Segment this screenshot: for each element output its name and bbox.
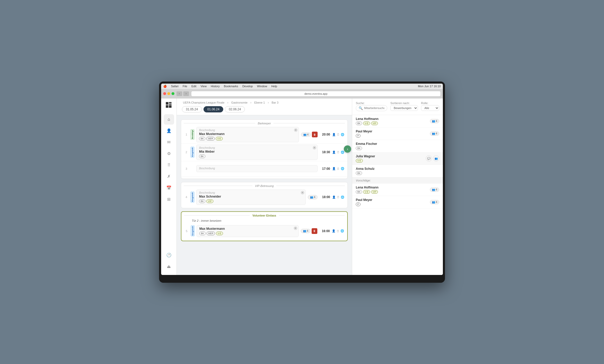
slot-time-2: 18:30 xyxy=(320,150,330,154)
history-menu[interactable]: History xyxy=(211,85,220,88)
person-icon-5: 👤 xyxy=(332,229,336,233)
staff-item-paul[interactable]: Paul Meyer P 👥 4 xyxy=(352,127,443,140)
edit-menu[interactable]: Edit xyxy=(191,85,196,88)
staff-action-add-julia[interactable]: 👥 xyxy=(433,155,439,161)
date-tab-3[interactable]: 02.06.24 xyxy=(225,106,245,112)
search-label: Suche: xyxy=(356,102,387,105)
suggestion-item-paul[interactable]: Paul Meyer P 👥 4 xyxy=(352,196,443,208)
users-count-icon-5: 👥 xyxy=(303,230,306,232)
messages-icon: ✉ xyxy=(167,140,170,145)
status-label-4: Eingeteilt xyxy=(191,192,194,203)
nav-forward-arrow[interactable]: › xyxy=(344,145,351,153)
s-tag-bk-lena: BK xyxy=(356,190,362,194)
count-icon-paul: 👥 xyxy=(432,132,435,135)
btn-users-5[interactable]: 👥 4 xyxy=(301,229,311,233)
sidebar-item-settings[interactable]: ⚙ xyxy=(164,149,174,159)
sidebar-item-time[interactable]: 🕐 xyxy=(164,250,174,260)
slot-status-1: Bestätigt xyxy=(191,128,194,141)
forward-button[interactable]: › xyxy=(183,91,189,96)
staff-item-anna[interactable]: Anna Schulz BK xyxy=(352,165,443,177)
staff-action-msg-julia[interactable]: 💬 xyxy=(426,155,432,161)
staff-row-lena: Lena Hoffmann BK V-E VIP 👥 4 xyxy=(356,117,439,125)
system-clock: Mon Jun 17 16:10 xyxy=(418,85,441,88)
globe-icon-5: 🌐 xyxy=(340,229,344,233)
btn-delete-5[interactable]: 🗑 xyxy=(312,228,317,234)
sidebar-item-logout[interactable]: ⏏ xyxy=(164,261,174,272)
tag-bk-5: BK xyxy=(199,232,206,235)
close-window-button[interactable] xyxy=(163,92,166,95)
suggestion-count-lena: 👥 4 xyxy=(430,187,439,192)
section-title-vip: VIP-Betreuung xyxy=(255,184,274,187)
section-title-bar-vip: VIP-Betreuung xyxy=(181,182,347,188)
staff-tags-julia: V-E xyxy=(356,159,375,163)
btn-users-1[interactable]: 👥 4 xyxy=(301,132,311,137)
develop-menu[interactable]: Develop xyxy=(242,85,253,88)
slot-content-3[interactable]: Beschreibung xyxy=(196,165,318,172)
browser-toolbar: ‹ › demo.eventra.app xyxy=(161,89,443,98)
date-tab-1[interactable]: 31.05.24 xyxy=(182,106,202,112)
staff-actions-julia: 💬 👥 xyxy=(426,155,439,161)
fullscreen-window-button[interactable] xyxy=(172,92,174,95)
slot-number-3: 3 xyxy=(184,167,188,170)
globe-icon-4: 🌐 xyxy=(341,196,344,199)
sidebar-item-users[interactable]: 👤 xyxy=(164,126,174,136)
search-input-wrap[interactable]: 🔍 xyxy=(356,105,387,111)
tag-ve-julia: V-E xyxy=(356,159,363,163)
slot-desc-3: Beschreibung xyxy=(199,167,315,170)
sidebar-item-schedule[interactable]: ⠿ xyxy=(164,160,174,170)
staff-row-emma: Emma Fischer BK xyxy=(356,142,439,150)
staff-info-anna: Anna Schulz BK xyxy=(356,167,375,175)
sidebar-item-calendar[interactable]: 📅 xyxy=(164,183,174,193)
staff-item-julia[interactable]: Julia Wagner V-E 💬 👥 xyxy=(352,152,443,165)
slot-content-2[interactable]: ✕ Beschreibung Mia Weber BK xyxy=(196,145,318,160)
search-input[interactable] xyxy=(364,106,384,110)
slot-content-4[interactable]: ✕ Beschreibung Max Schneider BK VIP xyxy=(196,190,306,205)
minimize-window-button[interactable] xyxy=(167,92,170,95)
btn-users-4[interactable]: 👥 4 xyxy=(308,195,318,199)
search-icon: 🔍 xyxy=(359,106,363,110)
slot-icons-3: 👤 🗒 🌐 xyxy=(332,167,344,170)
file-menu[interactable]: File xyxy=(183,85,187,88)
logout-icon: ⏏ xyxy=(167,264,171,269)
help-menu[interactable]: Help xyxy=(271,85,277,88)
date-tab-2[interactable]: 01.06.24 xyxy=(203,106,224,112)
sort-label: Sortieren nach: xyxy=(390,102,418,105)
btn-delete-1[interactable]: 🗑 xyxy=(312,132,318,137)
tag-ve-lena: V-E xyxy=(363,122,370,125)
slot-close-2[interactable]: ✕ xyxy=(313,146,316,150)
s-count-num-paul: 4 xyxy=(436,201,437,204)
role-select[interactable]: Alle BK VIP MER xyxy=(421,105,439,111)
slot-icons-4: 👤 🗒 🌐 xyxy=(332,196,344,199)
staff-item-lena[interactable]: Lena Hoffmann BK V-E VIP 👥 4 xyxy=(352,115,443,127)
tag-bk-1: BK xyxy=(199,137,205,140)
window-menu[interactable]: Window xyxy=(257,85,267,88)
sidebar-item-reports[interactable]: ⊞ xyxy=(164,194,174,205)
sidebar-item-messages[interactable]: ✉ xyxy=(164,137,174,147)
edit-icon-2: 🗒 xyxy=(337,151,340,154)
s-count-num-lena: 4 xyxy=(436,188,437,191)
sort-select[interactable]: Bewerbungen Name Datum xyxy=(390,105,418,111)
bookmarks-menu[interactable]: Bookmarks xyxy=(224,85,238,88)
tag-bk-emma: BK xyxy=(356,146,362,150)
address-bar[interactable]: demo.eventra.app xyxy=(191,91,441,97)
sidebar-item-home[interactable]: ⌂ xyxy=(164,114,174,125)
users-count-4: 4 xyxy=(314,196,315,199)
slot-tags-1: BK MER V-E xyxy=(199,137,296,140)
slot-content-5[interactable]: ✕ Max Mustermann BK MER V-E xyxy=(196,225,299,237)
trash-icon-1: 🗒 xyxy=(337,133,340,136)
slot-close-4[interactable]: ✕ xyxy=(301,191,304,194)
sidebar-item-assign[interactable]: ✗ xyxy=(164,171,174,182)
staff-item-emma[interactable]: Emma Fischer BK xyxy=(352,140,443,152)
staff-tags-lena: BK V-E VIP xyxy=(356,122,378,125)
slot-close-1[interactable]: ✕ xyxy=(294,128,298,132)
right-panel: Suche: 🔍 Sortieren nach: Bewerbungen Nam… xyxy=(352,98,443,275)
slot-actions-4: 👥 4 xyxy=(308,195,318,199)
back-button[interactable]: ‹ xyxy=(176,91,182,96)
slot-content-1[interactable]: ✕ Beschreibung Max Mustermann BK MER V-E xyxy=(196,127,299,142)
slot-close-5[interactable]: ✕ xyxy=(294,226,297,230)
view-menu[interactable]: View xyxy=(200,85,207,88)
suggestions-header: Vorschläge: xyxy=(352,177,443,184)
slot-row-1: 1 Bestätigt ✕ Beschreibung Max Musterman… xyxy=(181,126,347,144)
suggestion-item-lena[interactable]: Lena Hoffmann BK V-E VIP 👥 4 xyxy=(352,184,443,196)
suggestion-name-paul: Paul Meyer xyxy=(356,198,372,202)
